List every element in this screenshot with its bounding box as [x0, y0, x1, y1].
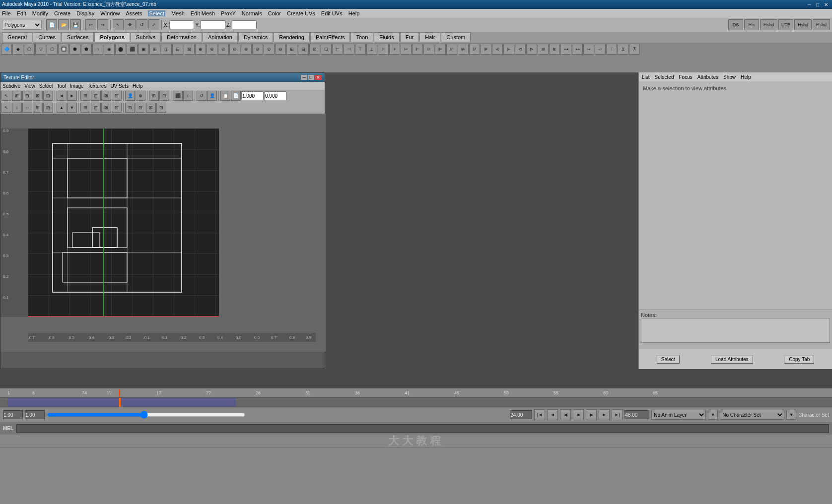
menu-create[interactable]: Create — [54, 10, 70, 16]
uv-t2-5[interactable]: ⊟ — [43, 103, 53, 113]
poly-tool-13[interactable]: ▣ — [138, 44, 149, 55]
uv-menu-subdive[interactable]: Subdive — [2, 83, 20, 89]
poly-tool-33[interactable]: ⊥ — [366, 44, 377, 55]
redo-icon[interactable]: ↪ — [97, 19, 108, 30]
menu-proxy[interactable]: ProxY — [221, 10, 236, 16]
move-icon[interactable]: ✥ — [125, 19, 136, 30]
poly-tool-24[interactable]: ⊜ — [264, 44, 275, 55]
poly-tool-31[interactable]: ⊣ — [344, 44, 354, 55]
rp-menu-selected[interactable]: Selected — [655, 74, 674, 80]
poly-tool-14[interactable]: ⊞ — [149, 44, 160, 55]
poly-tool-27[interactable]: ⊟ — [298, 44, 309, 55]
hshd-btn1[interactable]: Hshd — [760, 19, 777, 30]
restore-btn[interactable]: □ — [814, 2, 821, 7]
scale-icon[interactable]: ⤢ — [148, 19, 159, 30]
poly-tool-15[interactable]: ◫ — [161, 44, 172, 55]
uv-t2-up[interactable]: ▲ — [57, 103, 67, 113]
select-icon[interactable]: ↖ — [113, 19, 124, 30]
rp-menu-help[interactable]: Help — [741, 74, 751, 80]
poly-tool-40[interactable]: ⊬ — [446, 44, 457, 55]
poly-tool-10[interactable]: ◉ — [104, 44, 115, 55]
menu-help[interactable]: Help — [348, 10, 360, 16]
ds-btn[interactable]: DS — [728, 19, 743, 30]
copy-tab-button[interactable]: Copy Tab — [784, 355, 814, 364]
uv-menu-tool[interactable]: Tool — [57, 83, 66, 89]
uv-person-icon[interactable]: 👤 — [125, 91, 135, 101]
current-frame-display[interactable] — [510, 410, 532, 419]
menu-window[interactable]: Window — [100, 10, 120, 16]
uv-canvas[interactable]: 0.9 0.8 0.7 0.6 0.5 0.4 0.3 0.2 0.1 -0.7… — [0, 114, 326, 352]
uv-t1-11[interactable]: ⊞ — [149, 91, 159, 101]
poly-tool-4[interactable]: ▽ — [35, 44, 46, 55]
poly-tool-18[interactable]: ⊕ — [195, 44, 206, 55]
load-attributes-button[interactable]: Load Attributes — [711, 355, 753, 364]
poly-tool-1[interactable]: 🔷 — [1, 44, 12, 55]
poly-tool-46[interactable]: ⊲ — [515, 44, 526, 55]
new-file-icon[interactable]: 📄 — [46, 19, 57, 30]
uv-t1-1[interactable]: ↖ — [1, 91, 11, 101]
uv-t1-17[interactable]: 📋 — [220, 91, 230, 101]
go-start-btn[interactable]: |◄ — [534, 409, 545, 420]
timeline-track[interactable] — [0, 397, 832, 407]
tab-toon[interactable]: Toon — [350, 32, 373, 42]
uv-restore-btn[interactable]: □ — [308, 75, 314, 80]
rp-menu-show[interactable]: Show — [723, 74, 736, 80]
poly-tool-39[interactable]: ⊫ — [435, 44, 446, 55]
poly-tool-56[interactable]: ⊼ — [629, 44, 640, 55]
tab-general[interactable]: General — [2, 32, 32, 42]
uv-menu-textures[interactable]: Textures — [88, 83, 107, 89]
poly-tool-2[interactable]: ◆ — [12, 44, 23, 55]
uv-t1-12[interactable]: ⊟ — [159, 91, 169, 101]
poly-tool-5[interactable]: ⬡ — [47, 44, 58, 55]
play-back-btn[interactable]: ◀ — [560, 409, 571, 420]
poly-tool-41[interactable]: ⊭ — [458, 44, 469, 55]
poly-tool-54[interactable]: ⊺ — [606, 44, 617, 55]
uv-minimize-btn[interactable]: ─ — [301, 75, 307, 80]
poly-tool-9[interactable]: ○ — [92, 44, 103, 55]
menu-assets[interactable]: Assets — [126, 10, 142, 16]
tab-curves[interactable]: Curves — [33, 32, 61, 42]
tab-deformation[interactable]: Deformation — [161, 32, 202, 42]
uv-menu-help[interactable]: Help — [133, 83, 143, 89]
uv-t1-18[interactable]: 📄 — [231, 91, 241, 101]
menu-color[interactable]: Color — [268, 10, 281, 16]
uv-t1-9[interactable]: ⊡ — [112, 91, 122, 101]
uv-close-btn[interactable]: ✕ — [315, 75, 322, 80]
uv-t2-7[interactable]: ⊟ — [91, 103, 101, 113]
poly-tool-12[interactable]: ⬛ — [127, 44, 138, 55]
menu-mesh[interactable]: Mesh — [171, 10, 185, 16]
menu-select[interactable]: Select — [148, 10, 165, 16]
poly-tool-11[interactable]: ⬤ — [115, 44, 126, 55]
menu-display[interactable]: Display — [76, 10, 94, 16]
prev-frame-btn[interactable]: ◄ — [547, 409, 558, 420]
mode-dropdown[interactable]: Polygons — [2, 20, 42, 30]
uv-t2-2[interactable]: ↕ — [12, 103, 22, 113]
poly-tool-22[interactable]: ⊚ — [241, 44, 252, 55]
menu-modify[interactable]: Modify — [32, 10, 48, 16]
go-end-btn[interactable]: ►| — [612, 409, 623, 420]
poly-tool-47[interactable]: ⊳ — [526, 44, 537, 55]
uv-t2-9[interactable]: ⊡ — [112, 103, 122, 113]
uv-t2-4[interactable]: ⊞ — [33, 103, 43, 113]
poly-tool-3[interactable]: ⬡ — [24, 44, 35, 55]
character-set-btn[interactable]: ▼ — [786, 410, 796, 420]
uv-menu-uvsets[interactable]: UV Sets — [110, 83, 129, 89]
current-frame-marker[interactable] — [119, 398, 121, 407]
poly-tool-44[interactable]: ⊰ — [492, 44, 503, 55]
uv-t1-13[interactable]: ⬛ — [173, 91, 183, 101]
notes-input[interactable] — [641, 318, 830, 343]
uv-t2-3[interactable]: ↔ — [22, 103, 32, 113]
his-btn[interactable]: His — [744, 19, 759, 30]
poly-tool-37[interactable]: ⊩ — [412, 44, 423, 55]
uv-menu-image[interactable]: Image — [70, 83, 84, 89]
uv-t1-7[interactable]: ⊟ — [91, 91, 101, 101]
poly-tool-51[interactable]: ⊷ — [572, 44, 583, 55]
coord-y-input[interactable] — [201, 20, 225, 29]
minimize-btn[interactable]: ─ — [806, 2, 813, 7]
tab-animation[interactable]: Animation — [203, 32, 238, 42]
coord-z-input[interactable] — [232, 20, 257, 29]
poly-tool-16[interactable]: ⊟ — [172, 44, 183, 55]
uv-t1-14[interactable]: ○ — [183, 91, 193, 101]
poly-tool-43[interactable]: ⊯ — [481, 44, 491, 55]
save-file-icon[interactable]: 💾 — [70, 19, 81, 30]
